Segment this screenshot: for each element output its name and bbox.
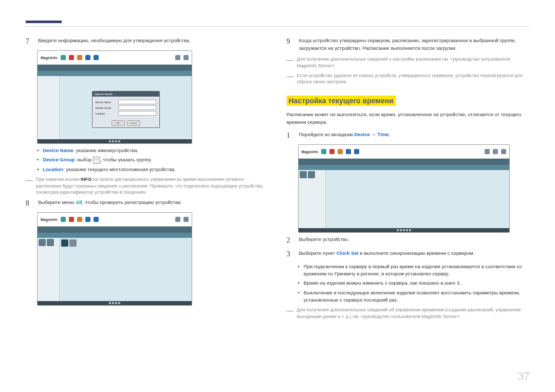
ok-button[interactable]: OK	[112, 120, 125, 126]
screenshot-topbar: MagicInfo	[38, 51, 192, 65]
nav-icon	[94, 217, 99, 222]
step-9: 9 Когда устройство утверждено сервером, …	[287, 37, 530, 52]
bullet-dot-icon: •	[298, 279, 300, 287]
nav-icon	[94, 55, 99, 60]
screenshot-sidebar	[38, 238, 60, 305]
note-row: ― Для получения дополнительных сведений …	[287, 56, 530, 69]
nav-icon	[77, 55, 82, 60]
screenshot-body	[38, 238, 192, 305]
bullet-dot-icon: •	[37, 166, 39, 173]
step-number: 2	[287, 236, 293, 245]
nav-icon	[183, 55, 189, 60]
dash-icon: ―	[287, 72, 294, 85]
screenshot-ribbon	[38, 233, 192, 238]
step-number: 7	[26, 37, 32, 46]
bullet-list: • Device Name: указание имениустройства.…	[37, 147, 269, 173]
screenshot-sidebar	[299, 170, 326, 232]
term-device-group: Device Group	[43, 157, 75, 162]
step-text: Выберите устройство.	[299, 236, 349, 244]
header-rule	[26, 26, 529, 27]
device-name-input[interactable]	[118, 100, 156, 104]
bullet-text: , чтобы указать группу.	[100, 157, 152, 162]
bullet-text: При подключении к серверу в первый раз в…	[304, 263, 529, 278]
nav-icon	[61, 217, 66, 222]
field-label: Location	[96, 112, 116, 115]
note-row: ― При нажатии кнопки INFO на пульте дист…	[26, 176, 269, 196]
nav-icon	[175, 55, 180, 60]
step-2: 2 Выберите устройство.	[287, 236, 530, 245]
section-heading: Настройка текущего времени	[287, 96, 396, 106]
note-row: ― Если устройство удалено из списка устр…	[287, 72, 530, 85]
dash-icon: ―	[287, 56, 294, 69]
term-device-name: Device Name	[43, 147, 73, 153]
nav-icon	[321, 149, 326, 154]
bullet-item: • Device Group: выбор ···, чтобы указать…	[37, 156, 269, 163]
screenshot-footer	[38, 301, 192, 305]
browse-button-icon[interactable]: ···	[93, 157, 100, 164]
step-7: 7 Введите информацию, необходимую для ут…	[26, 37, 269, 46]
device-group-input[interactable]	[118, 105, 156, 110]
step-number: 8	[26, 199, 32, 208]
bullet-text: : указание имениустройства.	[73, 147, 138, 153]
dash-icon: ―	[287, 307, 294, 320]
nav-icon	[77, 217, 82, 222]
bullet-dot-icon: •	[298, 263, 300, 278]
location-input[interactable]	[118, 111, 156, 116]
screenshot-body: Approve Device Device Name Device Group …	[38, 76, 192, 143]
screenshot-body	[299, 170, 509, 232]
cancel-button[interactable]: Cancel	[127, 120, 140, 126]
step-3: 3 Выберите пункт Clock Set и выполните с…	[287, 250, 530, 259]
right-column: 9 Когда устройство утверждено сервером, …	[287, 37, 530, 323]
bullet-item: • При подключении к серверу в первый раз…	[298, 263, 530, 278]
screenshot-main	[326, 170, 509, 232]
step-8: 8 Выберите меню All, чтобы проверить рег…	[26, 199, 269, 208]
screenshot-ribbon	[299, 165, 509, 170]
step-text: Выберите пункт Clock Set и выполните син…	[299, 250, 475, 257]
screenshot-ribbon	[38, 71, 192, 76]
bullet-text: : выбор	[75, 157, 93, 162]
nav-icon	[175, 217, 180, 222]
page-number: 37	[518, 369, 529, 383]
screenshot-tabs	[38, 227, 192, 233]
screenshot-main	[60, 238, 192, 305]
magicinfo-logo: MagicInfo	[41, 56, 58, 60]
screenshot-topbar: MagicInfo	[299, 145, 509, 159]
bullet-item: • Device Name: указание имениустройства.	[37, 147, 269, 154]
screenshot-footer	[299, 228, 509, 232]
bullet-dot-icon: •	[37, 156, 39, 163]
nav-icon	[354, 149, 359, 154]
magicinfo-logo: MagicInfo	[302, 150, 319, 154]
bullet-dot-icon: •	[37, 147, 39, 154]
screenshot-main: Approve Device Device Name Device Group …	[60, 76, 192, 143]
bullet-list: • При подключении к серверу в первый раз…	[298, 263, 530, 304]
step-text: Перейдите ко вкладкам Device → Time.	[299, 131, 391, 139]
step-number: 1	[287, 131, 293, 140]
step-text: Когда устройство утверждено сервером, ра…	[299, 37, 530, 52]
nav-icon	[493, 149, 498, 154]
screenshot-tabs	[38, 65, 192, 71]
nav-icon	[85, 217, 90, 222]
screenshot-time-tab: MagicInfo	[298, 144, 510, 233]
bullet-item: • Location: указание текущего местополож…	[37, 166, 269, 173]
field-label: Device Name	[96, 101, 116, 104]
bullet-item: • Время на изделии можно изменить с серв…	[298, 279, 530, 287]
note-row: ― Для получения дополнительных сведений …	[287, 307, 530, 320]
two-column-layout: 7 Введите информацию, необходимую для ут…	[26, 37, 529, 323]
magicinfo-logo: MagicInfo	[41, 218, 58, 221]
bullet-item: • Выключение и последующее включение изд…	[298, 289, 530, 304]
nav-icon	[61, 55, 66, 60]
screenshot-sidebar	[38, 76, 60, 143]
section-intro: Расписание может не выполняться, если вр…	[287, 111, 530, 126]
header-accent	[26, 21, 62, 23]
dash-icon: ―	[26, 176, 33, 196]
screenshot-device-list: MagicInfo	[37, 212, 192, 306]
bullet-text: : указание текущего местоположения устро…	[63, 166, 176, 172]
bullet-text: Время на изделии можно изменить с сервер…	[304, 279, 461, 287]
screenshot-topbar: MagicInfo	[38, 213, 192, 227]
nav-icon	[501, 149, 506, 154]
left-column: 7 Введите информацию, необходимую для ут…	[26, 37, 269, 323]
bullet-text: Выключение и последующее включение издел…	[304, 289, 529, 304]
nav-icon	[69, 217, 74, 222]
step-text: Выберите меню All, чтобы проверить регис…	[38, 199, 182, 207]
field-label: Device Group	[96, 106, 116, 109]
